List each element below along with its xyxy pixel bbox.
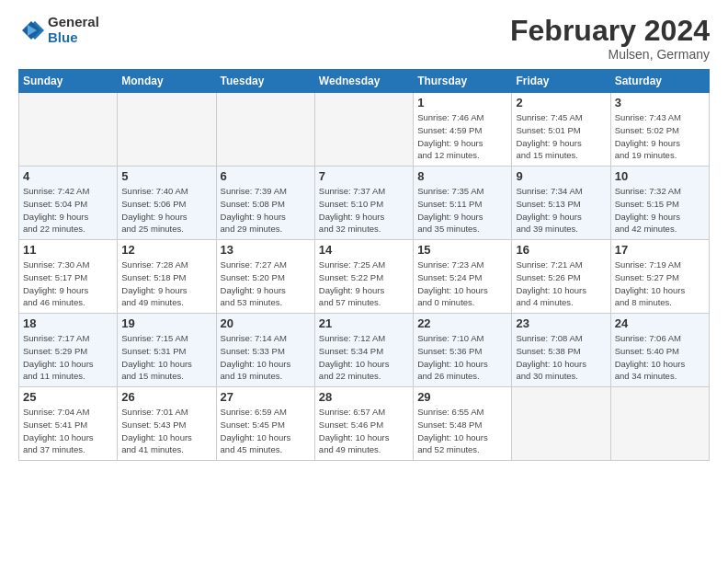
- day-info: Sunrise: 7:37 AM Sunset: 5:10 PM Dayligh…: [319, 185, 409, 236]
- day-info: Sunrise: 7:39 AM Sunset: 5:08 PM Dayligh…: [221, 185, 311, 236]
- day-info: Sunrise: 6:59 AM Sunset: 5:45 PM Dayligh…: [221, 406, 311, 456]
- day-info: Sunrise: 7:30 AM Sunset: 5:17 PM Dayligh…: [23, 259, 113, 309]
- day-number: 14: [319, 243, 409, 257]
- calendar-week-row: 11Sunrise: 7:30 AM Sunset: 5:17 PM Dayli…: [19, 240, 710, 314]
- table-row: [610, 387, 709, 461]
- day-number: 21: [319, 316, 409, 330]
- logo: General Blue: [18, 15, 99, 45]
- day-info: Sunrise: 7:34 AM Sunset: 5:13 PM Dayligh…: [516, 185, 606, 236]
- table-row: 22Sunrise: 7:10 AM Sunset: 5:36 PM Dayli…: [414, 314, 512, 387]
- table-row: 2Sunrise: 7:45 AM Sunset: 5:01 PM Daylig…: [512, 93, 610, 167]
- table-row: 13Sunrise: 7:27 AM Sunset: 5:20 PM Dayli…: [216, 240, 314, 314]
- day-number: 17: [615, 243, 705, 257]
- day-info: Sunrise: 7:32 AM Sunset: 5:15 PM Dayligh…: [615, 185, 705, 236]
- day-info: Sunrise: 7:06 AM Sunset: 5:40 PM Dayligh…: [615, 332, 705, 383]
- day-number: 28: [319, 390, 409, 404]
- table-row: [19, 93, 118, 167]
- calendar-week-row: 18Sunrise: 7:17 AM Sunset: 5:29 PM Dayli…: [19, 314, 710, 387]
- day-number: 22: [417, 316, 507, 330]
- day-info: Sunrise: 7:35 AM Sunset: 5:11 PM Dayligh…: [417, 185, 507, 236]
- table-row: 16Sunrise: 7:21 AM Sunset: 5:26 PM Dayli…: [512, 240, 610, 314]
- day-info: Sunrise: 7:19 AM Sunset: 5:27 PM Dayligh…: [615, 259, 705, 309]
- table-row: 11Sunrise: 7:30 AM Sunset: 5:17 PM Dayli…: [19, 240, 118, 314]
- day-info: Sunrise: 7:43 AM Sunset: 5:02 PM Dayligh…: [615, 111, 705, 162]
- logo-general-text: General: [48, 15, 99, 30]
- day-number: 12: [121, 243, 211, 257]
- day-info: Sunrise: 7:21 AM Sunset: 5:26 PM Dayligh…: [516, 259, 606, 309]
- header-wednesday: Wednesday: [314, 70, 413, 93]
- day-info: Sunrise: 7:12 AM Sunset: 5:34 PM Dayligh…: [319, 332, 409, 383]
- day-info: Sunrise: 7:17 AM Sunset: 5:29 PM Dayligh…: [23, 332, 113, 383]
- table-row: 28Sunrise: 6:57 AM Sunset: 5:46 PM Dayli…: [314, 387, 413, 461]
- day-info: Sunrise: 7:10 AM Sunset: 5:36 PM Dayligh…: [417, 332, 507, 383]
- day-info: Sunrise: 7:42 AM Sunset: 5:04 PM Dayligh…: [23, 185, 113, 236]
- table-row: 25Sunrise: 7:04 AM Sunset: 5:41 PM Dayli…: [19, 387, 118, 461]
- table-row: 10Sunrise: 7:32 AM Sunset: 5:15 PM Dayli…: [610, 167, 709, 240]
- day-info: Sunrise: 6:55 AM Sunset: 5:48 PM Dayligh…: [417, 406, 507, 456]
- day-info: Sunrise: 7:25 AM Sunset: 5:22 PM Dayligh…: [319, 259, 409, 309]
- table-row: 8Sunrise: 7:35 AM Sunset: 5:11 PM Daylig…: [414, 167, 512, 240]
- header-saturday: Saturday: [610, 70, 709, 93]
- table-row: [314, 93, 413, 167]
- day-info: Sunrise: 7:40 AM Sunset: 5:06 PM Dayligh…: [121, 185, 211, 236]
- logo-icon: [18, 17, 44, 43]
- table-row: 1Sunrise: 7:46 AM Sunset: 4:59 PM Daylig…: [414, 93, 512, 167]
- table-row: 9Sunrise: 7:34 AM Sunset: 5:13 PM Daylig…: [512, 167, 610, 240]
- table-row: 4Sunrise: 7:42 AM Sunset: 5:04 PM Daylig…: [19, 167, 118, 240]
- day-info: Sunrise: 7:08 AM Sunset: 5:38 PM Dayligh…: [516, 332, 606, 383]
- day-number: 9: [516, 169, 606, 183]
- day-info: Sunrise: 7:04 AM Sunset: 5:41 PM Dayligh…: [23, 406, 113, 456]
- calendar-week-row: 25Sunrise: 7:04 AM Sunset: 5:41 PM Dayli…: [19, 387, 710, 461]
- day-number: 16: [516, 243, 606, 257]
- table-row: 15Sunrise: 7:23 AM Sunset: 5:24 PM Dayli…: [414, 240, 512, 314]
- day-number: 5: [121, 169, 211, 183]
- table-row: 21Sunrise: 7:12 AM Sunset: 5:34 PM Dayli…: [314, 314, 413, 387]
- table-row: 12Sunrise: 7:28 AM Sunset: 5:18 PM Dayli…: [118, 240, 216, 314]
- table-row: 7Sunrise: 7:37 AM Sunset: 5:10 PM Daylig…: [314, 167, 413, 240]
- day-number: 25: [23, 390, 113, 404]
- day-info: Sunrise: 7:01 AM Sunset: 5:43 PM Dayligh…: [121, 406, 211, 456]
- table-row: 18Sunrise: 7:17 AM Sunset: 5:29 PM Dayli…: [19, 314, 118, 387]
- logo-blue-text: Blue: [48, 30, 99, 46]
- calendar-title: February 2024: [510, 15, 710, 47]
- table-row: 29Sunrise: 6:55 AM Sunset: 5:48 PM Dayli…: [414, 387, 512, 461]
- day-number: 2: [516, 96, 606, 109]
- header-monday: Monday: [118, 70, 216, 93]
- header-tuesday: Tuesday: [216, 70, 314, 93]
- day-number: 11: [23, 243, 113, 257]
- table-row: 5Sunrise: 7:40 AM Sunset: 5:06 PM Daylig…: [118, 167, 216, 240]
- table-row: 23Sunrise: 7:08 AM Sunset: 5:38 PM Dayli…: [512, 314, 610, 387]
- table-row: 17Sunrise: 7:19 AM Sunset: 5:27 PM Dayli…: [610, 240, 709, 314]
- logo-text: General Blue: [48, 15, 99, 45]
- day-info: Sunrise: 7:46 AM Sunset: 4:59 PM Dayligh…: [417, 111, 507, 162]
- day-number: 1: [417, 96, 507, 109]
- day-number: 29: [417, 390, 507, 404]
- table-row: 19Sunrise: 7:15 AM Sunset: 5:31 PM Dayli…: [118, 314, 216, 387]
- day-info: Sunrise: 7:23 AM Sunset: 5:24 PM Dayligh…: [417, 259, 507, 309]
- table-row: 20Sunrise: 7:14 AM Sunset: 5:33 PM Dayli…: [216, 314, 314, 387]
- day-info: Sunrise: 6:57 AM Sunset: 5:46 PM Dayligh…: [319, 406, 409, 456]
- calendar-header-row: Sunday Monday Tuesday Wednesday Thursday…: [19, 70, 710, 93]
- header-thursday: Thursday: [414, 70, 512, 93]
- day-number: 8: [417, 169, 507, 183]
- day-number: 10: [615, 169, 705, 183]
- table-row: 24Sunrise: 7:06 AM Sunset: 5:40 PM Dayli…: [610, 314, 709, 387]
- calendar-table: Sunday Monday Tuesday Wednesday Thursday…: [18, 69, 710, 461]
- day-number: 13: [221, 243, 311, 257]
- header-friday: Friday: [512, 70, 610, 93]
- table-row: [118, 93, 216, 167]
- table-row: 6Sunrise: 7:39 AM Sunset: 5:08 PM Daylig…: [216, 167, 314, 240]
- table-row: 3Sunrise: 7:43 AM Sunset: 5:02 PM Daylig…: [610, 93, 709, 167]
- day-number: 19: [121, 316, 211, 330]
- day-info: Sunrise: 7:45 AM Sunset: 5:01 PM Dayligh…: [516, 111, 606, 162]
- day-number: 24: [615, 316, 705, 330]
- day-number: 23: [516, 316, 606, 330]
- day-info: Sunrise: 7:15 AM Sunset: 5:31 PM Dayligh…: [121, 332, 211, 383]
- header-sunday: Sunday: [19, 70, 118, 93]
- day-number: 4: [23, 169, 113, 183]
- day-info: Sunrise: 7:28 AM Sunset: 5:18 PM Dayligh…: [121, 259, 211, 309]
- day-number: 18: [23, 316, 113, 330]
- day-number: 6: [221, 169, 311, 183]
- day-number: 15: [417, 243, 507, 257]
- table-row: [512, 387, 610, 461]
